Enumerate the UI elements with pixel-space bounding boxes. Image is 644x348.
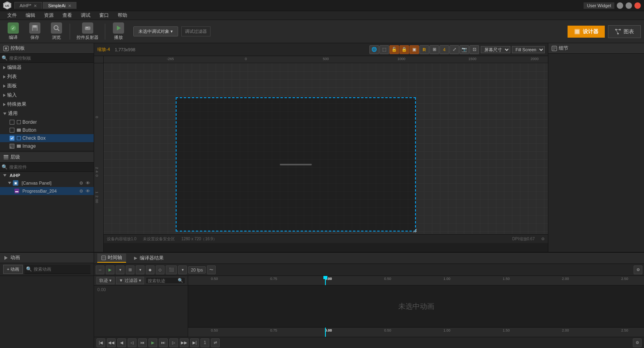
camera-btn[interactable]: 📷 bbox=[459, 45, 469, 54]
tab-aihp[interactable]: AiHP* ✕ bbox=[14, 2, 42, 9]
fill-screen-select[interactable]: Fill Screen bbox=[512, 46, 545, 53]
menu-help[interactable]: 帮助 bbox=[114, 11, 131, 20]
globe-btn[interactable]: 🌐 bbox=[369, 45, 379, 54]
lock-btn[interactable]: 🔒 bbox=[399, 45, 409, 54]
pb-step-back2[interactable]: ◁ bbox=[128, 338, 136, 347]
menu-view[interactable]: 查看 bbox=[58, 11, 76, 20]
zoom-label: 缩放-4 bbox=[97, 46, 110, 52]
tl-frame-dropdown[interactable]: ▾ bbox=[136, 266, 144, 274]
tl-key-btn[interactable]: ◆ bbox=[146, 266, 154, 274]
menu-file[interactable]: 文件 bbox=[3, 11, 21, 20]
item-button[interactable]: Button bbox=[0, 126, 94, 134]
canvas-eye-icon[interactable]: 👁 bbox=[85, 180, 90, 186]
tab-compiler[interactable]: 编译器结果 bbox=[129, 254, 168, 262]
pb-step-back[interactable]: ◀◀ bbox=[107, 338, 116, 347]
add-anim-button[interactable]: + 动画 bbox=[3, 265, 23, 274]
layer-canvas[interactable]: ▣ [Canvas Panel] ⚙ 👁 bbox=[0, 179, 94, 187]
category-general[interactable]: 通用 bbox=[0, 109, 94, 118]
pb-back[interactable]: ◀ bbox=[117, 338, 126, 347]
pb-next-frame[interactable]: ⏭ bbox=[159, 338, 168, 347]
item-image[interactable]: Image bbox=[0, 142, 94, 150]
menu-edit[interactable]: 编辑 bbox=[22, 11, 39, 20]
category-editors[interactable]: 编辑器 bbox=[0, 63, 94, 72]
tab-simpleai-close[interactable]: ✕ bbox=[68, 4, 71, 8]
category-special[interactable]: 特殊效果 bbox=[0, 100, 94, 109]
tl-record-dropdown[interactable]: ▾ bbox=[178, 266, 187, 274]
debug-dropdown[interactable]: 未选中调试对象 ▾ bbox=[133, 26, 178, 36]
tab-simpleai[interactable]: SimpleAi ✕ bbox=[43, 2, 76, 9]
tl-move-btn[interactable]: ↔ bbox=[96, 266, 104, 274]
tl-settings-btn[interactable]: ⚙ bbox=[634, 266, 642, 274]
tl-frame-btn[interactable]: ⊞ bbox=[126, 266, 134, 274]
item-checkbox[interactable]: Check Box bbox=[0, 134, 94, 142]
layers-search-input[interactable] bbox=[9, 165, 92, 169]
menu-window[interactable]: 窗口 bbox=[95, 11, 113, 20]
designer-button[interactable]: 设计器 bbox=[568, 26, 605, 38]
graph-button[interactable]: 图表 bbox=[608, 25, 641, 38]
pb-loop2[interactable]: ⇌ bbox=[211, 338, 220, 347]
detail-header: 细节 bbox=[548, 43, 644, 54]
pb-prev-frame[interactable]: ⏮ bbox=[138, 338, 147, 347]
category-lists[interactable]: 列表 bbox=[0, 72, 94, 81]
r-btn[interactable]: R bbox=[419, 45, 429, 54]
track-label-btn[interactable]: 轨迹 ▾ bbox=[96, 277, 114, 284]
progress-eye-icon[interactable]: 👁 bbox=[85, 188, 90, 194]
layer-root[interactable]: AiHP bbox=[0, 172, 94, 179]
track-search-container[interactable]: 🔍 bbox=[146, 277, 185, 284]
progress-settings-icon[interactable]: ⚙ bbox=[78, 188, 84, 194]
tab-aihp-close[interactable]: ✕ bbox=[34, 4, 37, 8]
filter-btn[interactable]: ▼ 过滤器 ▾ bbox=[116, 277, 144, 284]
category-panel[interactable]: 面板 bbox=[0, 81, 94, 91]
tl-play-dropdown[interactable]: ▾ bbox=[116, 266, 124, 274]
control-search[interactable]: 🔍 bbox=[0, 54, 94, 63]
snap-btn[interactable]: ⊡ bbox=[469, 45, 479, 54]
track-labels: 轨迹 ▾ ▼ 过滤器 ▾ 🔍 0.00 bbox=[94, 276, 188, 337]
pb-step-fwd[interactable]: ▶▶ bbox=[180, 338, 189, 347]
compile-button[interactable]: ✓ 编译 bbox=[3, 21, 23, 42]
pb-end[interactable]: ▶| bbox=[190, 338, 199, 347]
save-button[interactable]: 保存 bbox=[25, 21, 45, 42]
layer-progressbar[interactable]: ▬ ProgressBar_204 ⚙ 👁 bbox=[0, 187, 94, 195]
controller-button[interactable]: 控件反射器 bbox=[73, 21, 102, 42]
tl-curve-btn[interactable]: 〜 bbox=[207, 266, 216, 274]
canvas-settings-icon[interactable]: ⚙ bbox=[78, 180, 84, 186]
pb-start[interactable]: |◀ bbox=[96, 338, 105, 347]
pb-settings[interactable]: ⚙ bbox=[633, 338, 642, 347]
track-search-icon[interactable]: 🔍 bbox=[178, 278, 183, 283]
canvas-resize-handle[interactable] bbox=[413, 228, 417, 233]
tl-record-btn[interactable]: ⬛ bbox=[166, 266, 177, 274]
play-button[interactable]: 播放 bbox=[108, 21, 128, 42]
minimize-button[interactable] bbox=[617, 2, 623, 9]
close-button[interactable] bbox=[634, 2, 641, 9]
dpi-settings-icon[interactable]: ⚙ bbox=[541, 237, 545, 241]
menu-debug[interactable]: 调试 bbox=[77, 11, 94, 20]
track-search-input[interactable] bbox=[148, 278, 178, 283]
tl-play-btn[interactable]: ▶ bbox=[106, 266, 114, 274]
bottom-inner: 动画 + 动画 🔍 时间轴 bbox=[0, 253, 644, 348]
num-btn[interactable]: 4 bbox=[439, 45, 449, 54]
group-btn[interactable]: ▣ bbox=[409, 45, 419, 54]
grid-btn[interactable]: ⊞ bbox=[429, 45, 439, 54]
layers-search[interactable]: 🔍 bbox=[0, 163, 94, 172]
pb-loop[interactable]: 1 bbox=[201, 338, 209, 347]
category-input[interactable]: 输入 bbox=[0, 91, 94, 100]
item-border[interactable]: Border bbox=[0, 118, 94, 126]
anim-search-container[interactable]: 🔍 bbox=[24, 265, 90, 274]
pb-step-fwd2[interactable]: ▷ bbox=[169, 338, 178, 347]
cursor-btn[interactable]: ⬚ bbox=[379, 45, 389, 54]
browse-button[interactable]: 浏览 bbox=[46, 21, 66, 42]
control-search-input[interactable] bbox=[9, 56, 92, 60]
tab-timeline[interactable]: 时间轴 bbox=[97, 253, 126, 263]
tl-key2-btn[interactable]: ◇ bbox=[156, 266, 165, 274]
canvas-viewport[interactable]: -265 0 500 1000 1500 2000 0 2 4 0 1 2 0 bbox=[94, 56, 548, 252]
lock-open-btn[interactable]: 🔓 bbox=[389, 45, 399, 54]
canvas-content[interactable]: 设备内容缩放1.0 未设置设备安全区 1280 x 720（16:9） DPI缩… bbox=[104, 63, 548, 243]
expand-btn[interactable]: ⤢ bbox=[449, 45, 459, 54]
maximize-button[interactable] bbox=[626, 2, 632, 9]
menu-asset[interactable]: 资源 bbox=[40, 11, 58, 20]
canvas-widget[interactable] bbox=[176, 97, 416, 231]
anim-search-input[interactable] bbox=[34, 267, 89, 272]
screen-size-select[interactable]: 屏幕尺寸 bbox=[481, 46, 510, 53]
pb-play[interactable]: ▶ bbox=[148, 338, 157, 347]
debug-filter-button[interactable]: 调试过滤器 bbox=[181, 26, 211, 36]
